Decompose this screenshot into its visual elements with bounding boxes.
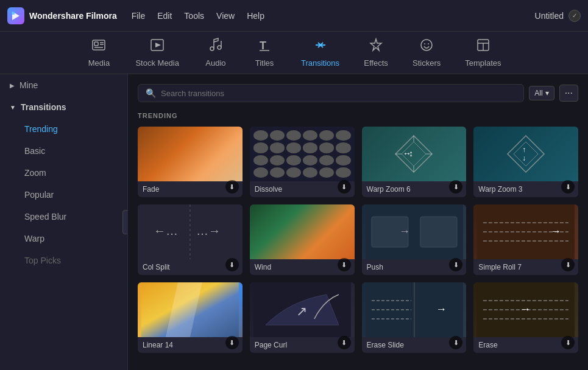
search-input[interactable] (161, 89, 516, 98)
erase-slide-thumbnail: → (362, 282, 467, 337)
tab-templates[interactable]: Templates (453, 33, 513, 72)
svg-rect-1 (12, 12, 15, 15)
project-title: Untitled (535, 11, 564, 21)
transition-card-simple-roll-7[interactable]: → ⬇ Simple Roll 7 (473, 204, 578, 275)
sidebar-item-basic[interactable]: Basic (0, 140, 127, 162)
simple-roll-7-thumbnail: → (473, 204, 578, 259)
nav-tabs: Media Stock Media Audio T (0, 32, 588, 74)
simple-roll-7-download-button[interactable]: ⬇ (561, 258, 575, 271)
svg-text:←…: ←… (154, 224, 178, 237)
transition-card-warp-zoom-3[interactable]: ↑ ↓ ⬇ Warp Zoom 3 (473, 127, 578, 197)
menu-file[interactable]: File (132, 9, 146, 23)
menu-edit[interactable]: Edit (157, 9, 172, 23)
transitions-arrow-icon: ▼ (10, 104, 16, 111)
svg-point-10 (218, 46, 221, 49)
svg-marker-31 (508, 136, 544, 172)
tab-media[interactable]: Media (74, 33, 123, 72)
transition-card-push[interactable]: → ⬇ Push (362, 204, 467, 275)
templates-icon (476, 38, 491, 56)
tab-stock-media[interactable]: Stock Media (123, 33, 191, 72)
sidebar-top-picks-label: Top Picks (24, 256, 61, 265)
svg-text:T: T (260, 40, 266, 52)
sidebar-item-warp[interactable]: Warp (0, 228, 127, 250)
transition-card-warp-zoom-6[interactable]: ↕ ↔ ⬇ Warp Zoom 6 (362, 127, 467, 197)
menu-help[interactable]: Help (247, 9, 264, 23)
warp-zoom-6-thumbnail: ↕ ↔ (362, 127, 467, 181)
tab-titles-label: Titles (255, 58, 274, 68)
sidebar-zoom-label: Zoom (24, 168, 46, 178)
transition-card-erase-slide[interactable]: → ⬇ Erase Slide (362, 282, 467, 353)
transition-card-fade[interactable]: ⬇ Fade (138, 127, 243, 197)
wind-download-button[interactable]: ⬇ (338, 258, 351, 271)
content-area: 🔍 All ▾ ··· TRENDING ⬇ Fade (128, 74, 588, 370)
app-name: Wondershare Filmora (29, 11, 117, 21)
push-thumbnail: → (362, 204, 467, 259)
transition-card-dissolve[interactable]: ⬇ Dissolve (250, 127, 355, 197)
transition-card-linear-14[interactable]: ⬇ Linear 14 (138, 282, 243, 353)
filter-chevron-icon: ▾ (545, 89, 549, 97)
transitions-icon (313, 38, 328, 56)
svg-text:…→: …→ (196, 224, 221, 237)
sidebar-item-mine[interactable]: ▶ Mine (0, 74, 127, 96)
svg-rect-3 (94, 42, 98, 46)
col-split-download-button[interactable]: ⬇ (225, 258, 239, 271)
sidebar-collapse-button[interactable]: ‹ (122, 210, 128, 234)
svg-text:→: → (520, 303, 531, 315)
transitions-grid: ⬇ Fade ⬇ Dissolve (138, 127, 578, 353)
audio-icon (208, 38, 223, 56)
tab-stickers[interactable]: Stickers (400, 33, 453, 72)
stickers-icon (419, 38, 434, 56)
linear-14-download-button[interactable]: ⬇ (225, 336, 239, 349)
dissolve-thumbnail (250, 127, 355, 181)
tab-stickers-label: Stickers (413, 58, 441, 68)
menu-view[interactable]: View (216, 9, 235, 23)
sidebar-basic-label: Basic (24, 146, 45, 156)
tab-audio[interactable]: Audio (191, 33, 240, 72)
sidebar-item-zoom[interactable]: Zoom (0, 162, 127, 184)
tab-transitions[interactable]: Transitions (289, 33, 352, 72)
linear-14-thumbnail (138, 282, 243, 337)
fade-thumbnail (138, 127, 243, 181)
logo-area: Wondershare Filmora (7, 7, 117, 24)
menu-tools[interactable]: Tools (184, 9, 204, 23)
sidebar-mine-label: Mine (19, 80, 38, 90)
sidebar-item-top-picks[interactable]: Top Picks (0, 250, 127, 271)
transition-card-erase[interactable]: → ⬇ Erase (473, 282, 578, 353)
svg-marker-16 (370, 39, 381, 51)
search-filter-dropdown[interactable]: All ▾ (529, 86, 554, 100)
page-curl-download-button[interactable]: ⬇ (338, 336, 351, 349)
transition-card-page-curl[interactable]: ↗ ⬇ Page Curl (250, 282, 355, 353)
svg-text:↔: ↔ (403, 148, 411, 158)
stock-media-icon (150, 38, 165, 56)
sidebar-item-popular[interactable]: Popular (0, 184, 127, 206)
sidebar-trending-label: Trending (24, 124, 58, 134)
menu-bar: File Edit Tools View Help (132, 9, 535, 23)
filter-label: All (534, 89, 542, 97)
page-curl-thumbnail: ↗ (250, 282, 355, 337)
fade-download-button[interactable]: ⬇ (225, 180, 239, 194)
svg-marker-32 (514, 142, 538, 166)
erase-download-button[interactable]: ⬇ (561, 336, 575, 349)
transition-card-wind[interactable]: ⬇ Wind (250, 204, 355, 275)
sidebar-warp-label: Warp (24, 234, 44, 243)
top-bar: Wondershare Filmora File Edit Tools View… (0, 0, 588, 32)
svg-marker-8 (155, 43, 161, 47)
transition-card-col-split[interactable]: ←… …→ ⬇ Col Split (138, 204, 243, 275)
svg-text:↑: ↑ (522, 145, 526, 154)
tab-effects[interactable]: Effects (352, 33, 400, 72)
svg-text:↓: ↓ (522, 154, 526, 162)
svg-text:→: → (398, 225, 409, 237)
sidebar-item-trending[interactable]: Trending (0, 118, 127, 140)
wind-thumbnail (250, 204, 355, 259)
col-split-thumbnail: ←… …→ (138, 204, 243, 259)
dissolve-download-button[interactable]: ⬇ (338, 180, 351, 194)
search-more-button[interactable]: ··· (559, 85, 578, 102)
search-input-wrap: 🔍 (138, 84, 524, 102)
warp-zoom-3-download-button[interactable]: ⬇ (561, 180, 575, 194)
tab-titles[interactable]: T Titles (240, 33, 289, 72)
sidebar: ▶ Mine ▼ Transitions Trending Basic Zoom… (0, 74, 128, 370)
tab-effects-label: Effects (364, 58, 388, 68)
sidebar-item-transitions-header[interactable]: ▼ Transitions (0, 96, 127, 118)
title-area: Untitled ✓ (535, 10, 581, 22)
sidebar-item-speed-blur[interactable]: Speed Blur (0, 206, 127, 228)
